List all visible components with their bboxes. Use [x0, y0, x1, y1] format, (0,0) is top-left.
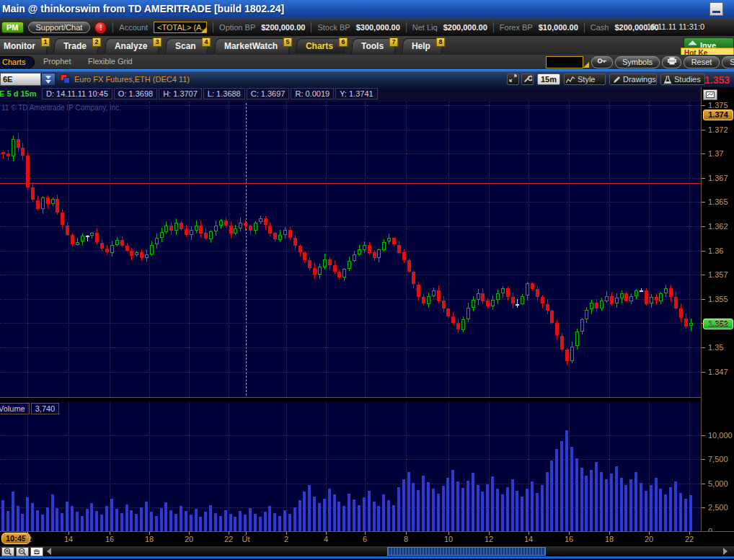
tab-charts[interactable]: Charts6: [296, 38, 346, 53]
gridline-horizontal: [0, 130, 701, 131]
candle: [105, 249, 109, 252]
symbol-dropdown-button[interactable]: [41, 73, 56, 86]
candle: [575, 332, 579, 346]
tab-number-badge: 1: [41, 37, 50, 47]
zoom-out-button[interactable]: [16, 547, 29, 556]
scrollbar-thumb[interactable]: [387, 547, 546, 556]
subtab-flexible-grid[interactable]: Flexible Grid: [79, 56, 141, 67]
candle: [358, 249, 361, 254]
price-axis-tick: [702, 105, 705, 106]
symbol-input[interactable]: 6E: [0, 73, 41, 86]
scroll-right-arrow[interactable]: [723, 548, 728, 555]
scroll-left-arrow[interactable]: [47, 548, 51, 555]
candle: [239, 223, 242, 228]
price-axis-label: 1.355: [708, 295, 728, 303]
candle: [268, 226, 272, 234]
candle: [521, 296, 524, 304]
candle: [219, 221, 223, 226]
candle: [387, 238, 391, 241]
volume-bar: [51, 494, 54, 531]
volume-bar: [268, 506, 271, 531]
candle: [273, 233, 277, 239]
candle: [303, 252, 306, 260]
price-chart[interactable]: 11 © TD Ameritrade IP Company, Inc.: [0, 102, 701, 397]
time-axis-label: 18: [605, 535, 614, 543]
zoom-in-icon: [4, 548, 12, 556]
key-button[interactable]: [591, 56, 613, 68]
settings-button[interactable]: Se: [722, 56, 734, 68]
volume-bar: [605, 479, 608, 531]
tab-marketwatch[interactable]: MarketWatch5: [214, 38, 291, 53]
candle: [664, 288, 668, 293]
gridline-vertical: [489, 402, 490, 531]
pan-button[interactable]: [30, 547, 43, 556]
tab-analyze[interactable]: Analyze3: [105, 38, 161, 53]
candle: [278, 235, 282, 240]
tab-trade[interactable]: Trade2: [53, 38, 100, 53]
volume-bar: [684, 499, 687, 531]
volume-bar: [293, 507, 296, 531]
timeframe-button[interactable]: 15m: [537, 74, 560, 85]
volume-bar: [174, 514, 177, 531]
candle: [615, 298, 619, 303]
volume-bar: [259, 517, 262, 531]
volume-bar: [21, 514, 24, 531]
volume-bar: [224, 510, 227, 531]
tab-tools[interactable]: Tools7: [351, 38, 397, 53]
resize-button[interactable]: [507, 74, 519, 85]
candle: [333, 265, 337, 272]
price-axis-label: 1.352: [708, 319, 728, 327]
tab-help[interactable]: Help8: [402, 38, 443, 53]
link-color-icon[interactable]: [61, 74, 71, 84]
candle: [145, 254, 149, 258]
style-button[interactable]: Style: [564, 74, 606, 85]
account-field-label: Option BP: [219, 23, 255, 32]
minimize-button[interactable]: [709, 2, 723, 16]
candle: [115, 240, 119, 245]
tab-label: Monitor: [4, 39, 35, 53]
volume-bar: [150, 512, 153, 531]
print-button[interactable]: [662, 56, 681, 68]
tab-label: Trade: [63, 39, 87, 53]
candle: [595, 303, 598, 308]
panel-divider[interactable]: [0, 397, 701, 402]
alert-icon[interactable]: !: [94, 22, 107, 34]
account-selector-dropdown[interactable]: <TOTAL> (A...: [154, 22, 207, 33]
volume-axis-label: 7,500: [708, 455, 728, 463]
chart-settings-button[interactable]: [521, 74, 534, 85]
panel-detach-icon[interactable]: [703, 89, 717, 100]
studies-button[interactable]: Studies: [660, 74, 705, 85]
volume-bar: [575, 458, 578, 531]
price-axis-label: 1.362: [708, 222, 728, 231]
subtab-charts[interactable]: Charts: [0, 56, 35, 68]
candle: [427, 296, 430, 304]
tab-monitor[interactable]: Monitor1: [0, 38, 48, 53]
symbols-button[interactable]: Symbols: [615, 56, 660, 68]
candle: [550, 311, 554, 323]
candle: [541, 297, 544, 303]
support-chat-button[interactable]: Support/Chat: [28, 22, 91, 33]
zoom-in-button[interactable]: [1, 547, 14, 556]
subtab-prophet[interactable]: Prophet: [35, 56, 80, 67]
tab-scan[interactable]: Scan4: [165, 38, 209, 53]
volume-axis-tick: [702, 435, 705, 436]
volume-value: 3,740: [31, 403, 60, 414]
volume-chart[interactable]: [0, 402, 701, 531]
candle: [655, 297, 658, 301]
account-field-value: $10,000.00: [539, 23, 578, 32]
reset-button[interactable]: Reset: [684, 56, 720, 68]
tab-number-badge: 8: [436, 37, 446, 47]
gridline-vertical: [189, 102, 190, 397]
price-axis[interactable]: 1.374 1.352 1.3751.3721.371.3671.3651.36…: [701, 87, 734, 546]
symbol-range-label: 6E 5 d 15m: [0, 89, 36, 98]
drawings-button[interactable]: Drawings: [609, 74, 657, 85]
candle: [645, 290, 648, 304]
key-icon: [597, 57, 607, 65]
resize-icon: [509, 74, 517, 82]
candle: [323, 259, 327, 267]
volume-bar: [61, 513, 63, 531]
time-axis[interactable]: 10:45 121416182022Út246810121416182022: [0, 531, 734, 546]
quick-symbol-box[interactable]: [546, 56, 583, 68]
volume-bar: [66, 502, 68, 531]
candle: [407, 260, 411, 272]
